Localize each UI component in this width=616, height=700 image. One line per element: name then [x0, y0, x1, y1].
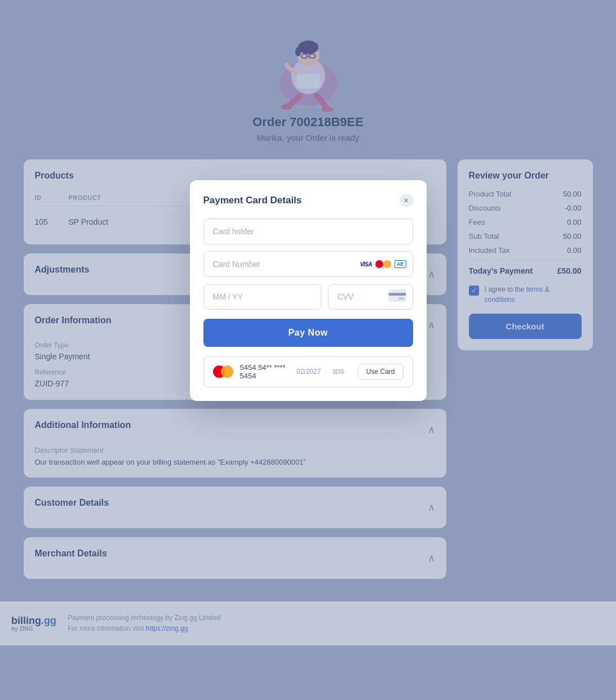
payment-modal: Payment Card Details × VISA AE: [190, 180, 427, 401]
svg-rect-15: [398, 297, 404, 300]
modal-header: Payment Card Details ×: [203, 194, 413, 207]
expiry-input[interactable]: [203, 284, 321, 310]
card-number-wrapper: VISA AE: [203, 251, 413, 277]
saved-card-3ds-badge: 3DS: [332, 368, 344, 375]
modal-overlay[interactable]: Payment Card Details × VISA AE: [0, 0, 616, 700]
card-icons: VISA AE: [360, 259, 406, 269]
cvv-card-icon: [388, 289, 406, 304]
modal-close-button[interactable]: ×: [400, 194, 413, 207]
pay-now-button[interactable]: Pay Now: [203, 319, 413, 347]
mastercard-icon: [375, 259, 391, 269]
amex-icon: AE: [395, 260, 406, 268]
saved-card: 5454 54** **** 5454 02/2027 3DS Use Card: [203, 356, 413, 387]
card-holder-input[interactable]: [203, 219, 413, 244]
saved-card-mastercard-icon: [213, 365, 233, 378]
modal-title: Payment Card Details: [203, 195, 302, 206]
saved-card-expiry: 02/2027: [296, 368, 321, 376]
cvv-wrapper: [328, 284, 413, 310]
saved-card-number: 5454 54** **** 5454: [240, 363, 290, 380]
visa-icon: VISA: [360, 261, 372, 267]
use-card-button[interactable]: Use Card: [358, 364, 404, 380]
expiry-cvv-row: [203, 284, 413, 310]
svg-rect-14: [389, 293, 406, 296]
